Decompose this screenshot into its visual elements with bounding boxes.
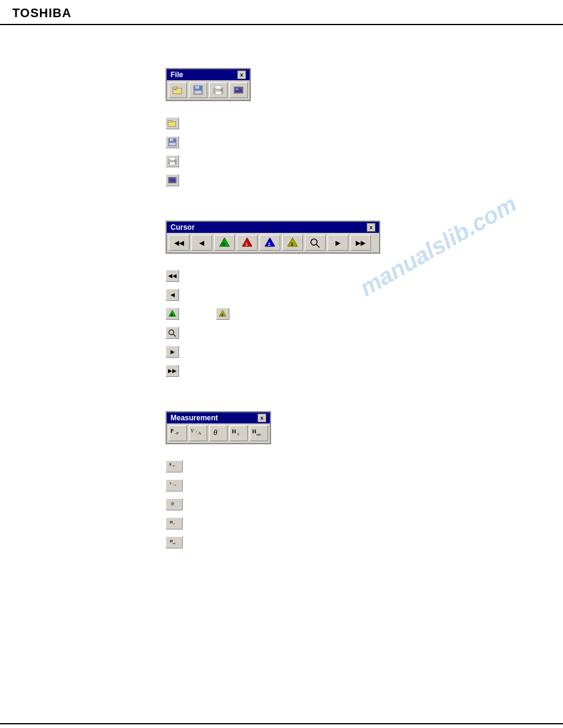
ham-toolbar-btn[interactable]: H am bbox=[250, 425, 268, 441]
file-toolbar-window: File x bbox=[166, 68, 251, 101]
svg-text:V: V bbox=[169, 482, 172, 485]
capture-standalone-icon[interactable] bbox=[166, 174, 179, 186]
cursor3-toolbar-btn[interactable]: 3 bbox=[282, 235, 303, 251]
open-standalone-icon[interactable] bbox=[166, 117, 179, 129]
svg-text:H: H bbox=[170, 520, 173, 524]
content: File x bbox=[0, 25, 563, 571]
measurement-toolbar-section: Measurement x P -P V / A bbox=[166, 411, 538, 454]
theta-icon-row: θ bbox=[166, 498, 538, 510]
save-toolbar-btn[interactable] bbox=[189, 82, 207, 98]
cursor-toolbar: ◀◀ ◀ 0 1 bbox=[167, 233, 379, 252]
svg-point-24 bbox=[174, 178, 175, 180]
rewind-toolbar-btn[interactable]: ◀◀ bbox=[169, 235, 190, 251]
svg-point-39 bbox=[169, 330, 174, 335]
svg-text:2: 2 bbox=[268, 242, 270, 246]
hz-standalone-icon[interactable]: H z bbox=[166, 517, 183, 529]
print-icon-row bbox=[166, 155, 538, 167]
cursor0-standalone-icon[interactable]: 0 bbox=[166, 308, 179, 320]
pp-toolbar-btn[interactable]: P -P bbox=[169, 425, 187, 441]
meas-toolbar: P -P V / A θ bbox=[167, 423, 270, 443]
svg-text:P: P bbox=[169, 463, 171, 466]
svg-line-34 bbox=[316, 245, 320, 248]
save-icon-row bbox=[166, 136, 538, 148]
prev-toolbar-btn[interactable]: ◀ bbox=[191, 235, 212, 251]
svg-line-40 bbox=[174, 334, 176, 336]
svg-text:P: P bbox=[170, 428, 174, 434]
save-standalone-icon[interactable] bbox=[166, 136, 179, 148]
svg-rect-7 bbox=[215, 91, 221, 94]
svg-point-12 bbox=[240, 88, 242, 89]
cursor3-standalone-icon[interactable]: 3 bbox=[216, 308, 229, 320]
svg-text:0: 0 bbox=[223, 242, 225, 246]
meas-title-label: Measurement bbox=[170, 414, 218, 422]
svg-text:A: A bbox=[198, 431, 201, 436]
va-toolbar-btn[interactable]: V / A bbox=[189, 425, 207, 441]
meas-close-btn[interactable]: x bbox=[258, 414, 266, 422]
svg-text:-P: -P bbox=[175, 431, 178, 436]
file-titlebar: File x bbox=[167, 69, 250, 80]
rewind-icon-row: ◀◀ bbox=[166, 270, 538, 282]
svg-rect-11 bbox=[236, 88, 239, 90]
va-icon-row: V / A bbox=[166, 479, 538, 491]
va-standalone-icon[interactable]: V / A bbox=[166, 479, 183, 491]
svg-rect-14 bbox=[168, 121, 172, 123]
svg-rect-3 bbox=[195, 86, 199, 89]
svg-point-21 bbox=[175, 161, 176, 162]
rewind-standalone-icon[interactable]: ◀◀ bbox=[166, 270, 179, 282]
pp-standalone-icon[interactable]: P -P bbox=[166, 460, 183, 472]
svg-text:am: am bbox=[256, 433, 261, 436]
prev-standalone-icon[interactable]: ◀ bbox=[166, 289, 179, 301]
svg-text:3: 3 bbox=[291, 242, 293, 246]
cursor2-toolbar-btn[interactable]: 2 bbox=[259, 235, 280, 251]
open-icon-row bbox=[166, 117, 538, 129]
svg-text:/: / bbox=[196, 430, 197, 434]
fastforward-toolbar-btn[interactable]: ▶▶ bbox=[350, 235, 371, 251]
theta-toolbar-btn[interactable]: θ bbox=[209, 425, 228, 441]
search-standalone-icon[interactable] bbox=[166, 327, 179, 339]
print-toolbar-btn[interactable] bbox=[209, 82, 228, 98]
theta-standalone-icon[interactable]: θ bbox=[166, 498, 183, 510]
svg-text:-P: -P bbox=[172, 464, 175, 468]
cursor-close-btn[interactable]: x bbox=[367, 223, 375, 232]
file-icons-list bbox=[166, 117, 538, 190]
svg-rect-17 bbox=[169, 143, 176, 145]
hz-toolbar-btn[interactable]: H z bbox=[229, 425, 248, 441]
svg-text:3: 3 bbox=[221, 314, 223, 317]
print-standalone-icon[interactable] bbox=[166, 155, 179, 167]
meas-icons-list: P -P V / A θ H bbox=[166, 460, 538, 552]
header-title: TOSHIBA bbox=[12, 6, 72, 20]
file-close-btn[interactable]: x bbox=[237, 70, 246, 79]
ham-icon-row: H am bbox=[166, 536, 538, 548]
file-toolbar bbox=[167, 80, 250, 100]
svg-text:1: 1 bbox=[245, 242, 248, 246]
svg-rect-19 bbox=[170, 157, 175, 160]
search-toolbar-btn[interactable] bbox=[305, 235, 326, 251]
capture-toolbar-btn[interactable] bbox=[229, 82, 248, 98]
prev-icon-row: ◀ bbox=[166, 289, 538, 301]
hz-icon-row: H z bbox=[166, 517, 538, 529]
svg-rect-1 bbox=[173, 87, 177, 89]
file-title-label: File bbox=[170, 70, 183, 79]
file-toolbar-section: File x bbox=[166, 68, 538, 111]
svg-text:H: H bbox=[252, 428, 256, 434]
next-standalone-icon[interactable]: ▶ bbox=[166, 346, 179, 358]
meas-titlebar: Measurement x bbox=[167, 412, 270, 423]
next-toolbar-btn[interactable]: ▶ bbox=[327, 235, 348, 251]
fastforward-standalone-icon[interactable]: ▶▶ bbox=[166, 365, 179, 377]
cursor-titlebar: Cursor x bbox=[167, 222, 379, 233]
cursor-toolbar-window: Cursor x ◀◀ ◀ 0 bbox=[166, 221, 380, 254]
svg-rect-16 bbox=[170, 138, 174, 141]
svg-rect-20 bbox=[170, 162, 175, 165]
svg-text:/: / bbox=[172, 483, 174, 486]
open-toolbar-btn[interactable] bbox=[169, 82, 187, 98]
svg-rect-4 bbox=[194, 91, 202, 94]
svg-text:0: 0 bbox=[171, 314, 173, 317]
svg-text:θ: θ bbox=[171, 501, 174, 507]
svg-point-8 bbox=[221, 89, 222, 91]
cursor1-toolbar-btn[interactable]: 1 bbox=[237, 235, 258, 251]
svg-text:z: z bbox=[237, 431, 239, 436]
header: TOSHIBA bbox=[0, 0, 563, 25]
ham-standalone-icon[interactable]: H am bbox=[166, 536, 183, 548]
svg-text:am: am bbox=[172, 542, 175, 545]
cursor0-toolbar-btn[interactable]: 0 bbox=[214, 235, 235, 251]
